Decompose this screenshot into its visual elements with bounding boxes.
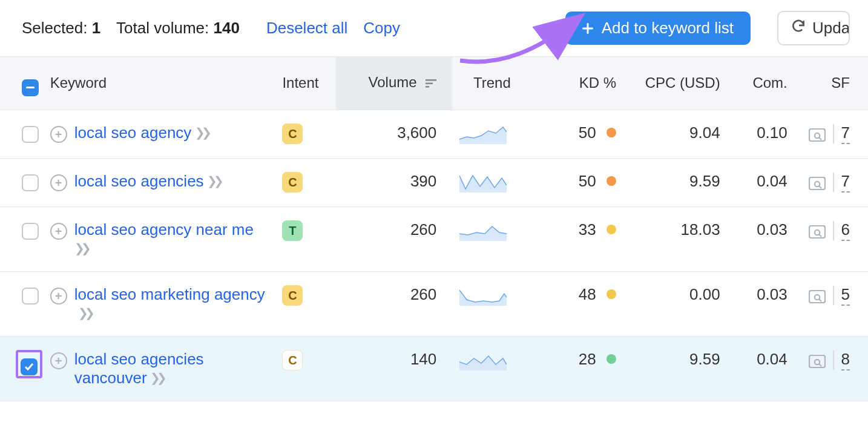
checkbox-highlight: [16, 350, 42, 378]
svg-line-11: [819, 234, 821, 237]
deselect-all-link[interactable]: Deselect all: [266, 19, 347, 38]
svg-rect-9: [809, 226, 825, 238]
expand-icon[interactable]: +: [50, 288, 67, 305]
kd-value: 50: [539, 124, 616, 142]
trend-sparkline: [459, 350, 507, 371]
expand-icon[interactable]: +: [50, 126, 67, 143]
serp-features-icon[interactable]: [809, 176, 826, 189]
svg-point-7: [814, 181, 819, 186]
svg-line-5: [819, 137, 821, 140]
difficulty-dot-icon: [607, 289, 616, 299]
sf-count[interactable]: 7: [841, 172, 850, 193]
svg-point-13: [814, 294, 819, 299]
sf-count[interactable]: 6: [841, 220, 850, 241]
chevron-right-icon: ❯❯: [78, 306, 91, 320]
intent-badge[interactable]: T: [282, 220, 303, 241]
chevron-right-icon: ❯❯: [195, 126, 208, 139]
row-checkbox[interactable]: [21, 358, 38, 375]
row-checkbox[interactable]: [22, 288, 39, 305]
difficulty-dot-icon: [607, 225, 616, 234]
intent-badge[interactable]: C: [282, 285, 303, 306]
kd-value: 50: [539, 172, 616, 191]
keyword-link[interactable]: local seo marketing agency: [74, 285, 265, 303]
copy-link[interactable]: Copy: [363, 19, 400, 38]
col-keyword[interactable]: Keyword: [43, 57, 275, 110]
kd-value: 33: [539, 220, 616, 239]
trend-sparkline: [459, 220, 507, 241]
col-sf[interactable]: SF: [795, 57, 868, 110]
col-intent[interactable]: Intent: [275, 57, 336, 110]
refresh-icon: [791, 18, 806, 38]
svg-point-16: [814, 359, 819, 364]
total-volume-label: Total volume: 140: [116, 19, 240, 38]
expand-icon[interactable]: +: [50, 352, 67, 369]
svg-point-4: [814, 133, 819, 137]
svg-point-10: [814, 229, 819, 234]
sort-desc-icon: [426, 75, 436, 92]
chevron-right-icon: ❯❯: [208, 174, 221, 188]
kd-value: 28: [539, 350, 616, 369]
col-cpc[interactable]: CPC (USD): [623, 57, 728, 110]
table-row: +local seo agency near me ❯❯T26033 18.03…: [0, 206, 868, 271]
plus-icon: [582, 23, 593, 34]
trend-sparkline: [459, 124, 507, 144]
svg-rect-12: [809, 291, 825, 303]
serp-features-icon[interactable]: [809, 289, 826, 302]
table-row: +local seo marketing agency ❯❯C26048 0.0…: [0, 271, 868, 336]
col-volume[interactable]: Volume: [336, 57, 452, 110]
add-to-keyword-list-button[interactable]: Add to keyword list: [565, 12, 751, 45]
svg-line-8: [819, 186, 821, 188]
sf-count[interactable]: 7: [841, 124, 850, 144]
svg-rect-0: [426, 79, 436, 81]
keyword-link[interactable]: local seo agencies vancouver: [74, 350, 204, 387]
col-kd[interactable]: KD %: [532, 57, 623, 110]
update-button[interactable]: Upda: [777, 11, 850, 45]
toolbar: Selected: 1 Total volume: 140 Deselect a…: [0, 0, 868, 56]
trend-sparkline: [459, 172, 507, 193]
row-checkbox[interactable]: [22, 126, 39, 143]
keywords-table: Keyword Intent Volume Trend KD % CPC (US…: [0, 56, 868, 401]
keyword-link[interactable]: local seo agencies: [74, 172, 204, 190]
expand-icon[interactable]: +: [50, 174, 67, 191]
difficulty-dot-icon: [607, 176, 616, 186]
svg-rect-6: [809, 177, 825, 189]
select-all-checkbox[interactable]: [22, 79, 39, 96]
intent-badge[interactable]: C: [282, 124, 303, 144]
sf-count[interactable]: 5: [841, 285, 850, 306]
serp-features-icon[interactable]: [809, 354, 826, 367]
table-row: +local seo agency ❯❯C3,60050 9.040.107: [0, 110, 868, 158]
chevron-right-icon: ❯❯: [151, 371, 164, 384]
svg-rect-3: [809, 129, 825, 141]
serp-features-icon[interactable]: [809, 224, 826, 237]
col-com[interactable]: Com.: [728, 57, 795, 110]
table-row: +local seo agencies ❯❯C39050 9.590.047: [0, 158, 868, 206]
keyword-link[interactable]: local seo agency near me: [74, 220, 254, 239]
svg-rect-15: [809, 355, 825, 367]
sf-count[interactable]: 8: [841, 350, 850, 371]
svg-line-17: [819, 364, 821, 366]
difficulty-dot-icon: [607, 128, 616, 137]
svg-rect-1: [426, 83, 433, 85]
kd-value: 48: [539, 285, 616, 304]
expand-icon[interactable]: +: [50, 223, 67, 240]
row-checkbox[interactable]: [22, 174, 39, 191]
col-trend[interactable]: Trend: [452, 57, 531, 110]
update-button-label: Upda: [812, 19, 850, 38]
row-checkbox[interactable]: [22, 223, 39, 240]
intent-badge[interactable]: C: [282, 172, 303, 193]
add-button-label: Add to keyword list: [602, 19, 734, 38]
keyword-link[interactable]: local seo agency: [74, 124, 192, 142]
intent-badge[interactable]: C: [282, 350, 303, 371]
svg-rect-2: [426, 86, 429, 88]
chevron-right-icon: ❯❯: [74, 242, 88, 255]
serp-features-icon[interactable]: [809, 127, 826, 140]
selected-count-label: Selected: 1: [22, 19, 100, 38]
trend-sparkline: [459, 285, 507, 306]
svg-line-14: [819, 299, 821, 301]
table-row: +local seo agencies vancouver ❯❯C14028 9…: [0, 336, 868, 401]
difficulty-dot-icon: [607, 354, 616, 364]
